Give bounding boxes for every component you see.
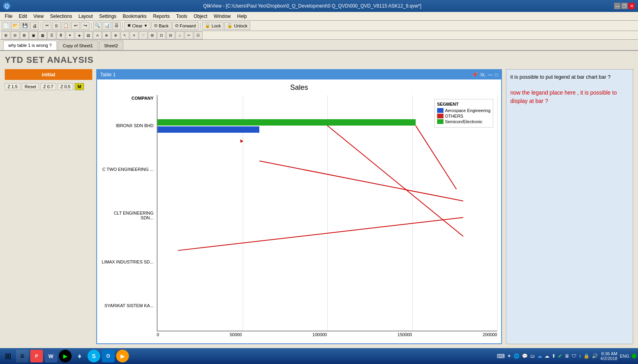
menu-selections[interactable]: Selections — [47, 13, 75, 20]
tb-search[interactable]: 🔍 — [93, 22, 102, 30]
m-button[interactable]: M — [75, 83, 84, 90]
toolbar1: 📄 📂 💾 🖨 ✂ ⎘ 📋 ↩ ↪ 🔍 📊 ☰ ✖ Clear ▼ ⊙ Back… — [0, 21, 638, 31]
tb2-btn12[interactable]: ⊕ — [102, 31, 111, 39]
tb-chart[interactable]: 📊 — [103, 22, 111, 30]
tb2-btn20[interactable]: ⌂ — [175, 31, 184, 39]
chart-xl-btn[interactable]: XL — [480, 72, 485, 77]
legend-color-others — [437, 114, 443, 118]
tb-open[interactable]: 📂 — [11, 22, 20, 30]
y-label-1: C TWO ENGINEERING ... — [101, 167, 157, 172]
chart-body: Sales COMPANY IBRONX SDN BHD C TWO ENGIN… — [97, 79, 501, 343]
tb-cut[interactable]: ✂ — [43, 22, 51, 30]
upload-icon: ⬆ — [552, 353, 556, 359]
menu-object[interactable]: Object — [191, 13, 211, 20]
tb2-btn5[interactable]: ▦ — [38, 31, 47, 39]
taskbar-skype-icon[interactable]: S — [88, 350, 100, 362]
taskbar-pdf-icon[interactable]: P — [30, 350, 43, 362]
menu-view[interactable]: View — [30, 13, 47, 20]
menu-file[interactable]: File — [2, 13, 16, 20]
tb2-btn19[interactable]: ⊟ — [166, 31, 175, 39]
maximize-button[interactable]: ❐ — [621, 3, 628, 9]
y-label-4: SYARIKAT SISTEM KA... — [101, 303, 157, 308]
legend-label-aerospace: Aerospace Engineering — [445, 108, 490, 113]
tb2-btn1[interactable]: ⊞ — [2, 31, 10, 39]
antivirus-icon: 🛡 — [572, 353, 576, 359]
menu-window[interactable]: Window — [210, 13, 234, 20]
minimize-button[interactable]: — — [614, 3, 620, 9]
tb2-btn14[interactable]: ↖ — [121, 31, 129, 39]
tb2-btn21[interactable]: ✂ — [185, 31, 193, 39]
menu-tools[interactable]: Tools — [173, 13, 191, 20]
monitor-icon: 🖥 — [564, 353, 569, 359]
globe-icon: 🌐 — [514, 353, 519, 359]
clear-dropdown-icon[interactable]: ▼ — [144, 23, 148, 28]
tab-sheet2[interactable]: Copy of Sheet1 — [58, 41, 98, 50]
zoom-0-7-button[interactable]: Z 0.7 — [41, 83, 56, 90]
tb2-btn11[interactable]: A — [93, 31, 102, 39]
unlock-button[interactable]: 🔓 Unlock — [224, 22, 250, 30]
sheet-tabs: why table 1 is wrong ? Copy of Sheet1 Sh… — [0, 40, 638, 51]
clock-display: 8:36 AM 4/2/2018 — [600, 351, 617, 361]
chart-minimize-icon[interactable]: — — [488, 72, 493, 77]
question2-text: now the legand place here , it is possib… — [510, 89, 629, 105]
start-button[interactable]: ⊞ — [2, 350, 14, 362]
tb-copy[interactable]: ⎘ — [52, 22, 61, 30]
tb2-btn22[interactable]: ☑ — [194, 31, 202, 39]
taskbar-icon-1[interactable]: ≡ — [16, 350, 29, 362]
chart-legend: SEGMENT Aerospace Engineering OTHERS — [434, 99, 493, 128]
taskbar-media-icon[interactable]: ▶ — [59, 350, 72, 362]
tb2-btn17[interactable]: ⊞ — [148, 31, 157, 39]
menu-reports[interactable]: Reports — [150, 13, 173, 20]
tab-sheet3[interactable]: Sheet2 — [99, 41, 123, 50]
tb2-btn4[interactable]: ▣ — [29, 31, 38, 39]
tb-redo[interactable]: ↪ — [81, 22, 89, 30]
initial-button[interactable]: initial — [5, 69, 92, 80]
back-button[interactable]: ⊙ Back — [151, 22, 171, 30]
taskbar-icon-4[interactable]: ♦ — [73, 350, 86, 362]
chat-icon: 💬 — [522, 353, 528, 359]
bar-aerospace-ibronx — [158, 126, 259, 133]
tb2-btn8[interactable]: ✦ — [66, 31, 74, 39]
tb-filter[interactable]: ☰ — [112, 22, 121, 30]
zoom-0-5-button[interactable]: Z 0.5 — [58, 83, 73, 90]
x-label-0: 0 — [157, 332, 159, 337]
reset-button[interactable]: Reset — [22, 83, 39, 90]
tb2-btn15[interactable]: ≡ — [130, 31, 138, 39]
tb2-btn6[interactable]: ☰ — [47, 31, 56, 39]
toolbar2: ⊞ ⊟ ⊠ ▣ ▦ ☰ Ⅲ ✦ ◈ ▤ A ⊕ ⊗ ↖ ≡ ∷ ⊞ ⊡ ⊟ ⌂ … — [0, 31, 638, 40]
clear-button[interactable]: ✖ Clear ▼ — [124, 22, 150, 30]
page-title: YTD SET ANALYSIS — [5, 55, 633, 65]
menu-settings[interactable]: Settings — [96, 13, 119, 20]
tb2-btn3[interactable]: ⊠ — [20, 31, 29, 39]
taskbar-vlc-icon[interactable]: ▶ — [116, 350, 129, 362]
chart-maximize-icon[interactable]: □ — [495, 72, 498, 77]
taskbar-outlook-icon[interactable]: O — [102, 350, 115, 362]
x-axis: 0 50000 100000 150000 200000 — [157, 331, 497, 337]
tb2-btn16[interactable]: ∷ — [139, 31, 148, 39]
chart-pin-icon[interactable]: 📌 — [472, 72, 478, 77]
tb2-btn9[interactable]: ◈ — [75, 31, 84, 39]
lock-icon: 🔒 — [205, 23, 210, 28]
menu-bookmarks[interactable]: Bookmarks — [120, 13, 150, 20]
tb2-btn2[interactable]: ⊟ — [11, 31, 19, 39]
tb-save[interactable]: 💾 — [21, 22, 29, 30]
tab-sheet1[interactable]: why table 1 is wrong ? — [3, 41, 57, 50]
tb2-btn7[interactable]: Ⅲ — [56, 31, 65, 39]
close-button[interactable]: ✕ — [628, 3, 635, 9]
tb-undo[interactable]: ↩ — [71, 22, 80, 30]
clear-icon: ✖ — [127, 23, 131, 28]
tb2-btn13[interactable]: ⊗ — [111, 31, 120, 39]
tb2-btn10[interactable]: ▤ — [84, 31, 93, 39]
back-icon: ⊙ — [154, 23, 158, 28]
tb2-btn18[interactable]: ⊡ — [157, 31, 166, 39]
tb-new[interactable]: 📄 — [2, 22, 10, 30]
tb-paste[interactable]: 📋 — [62, 22, 70, 30]
zoom-1-5-button[interactable]: Z 1.5 — [5, 83, 20, 90]
menu-layout[interactable]: Layout — [75, 13, 96, 20]
forward-button[interactable]: ⊙ Forward — [172, 22, 198, 30]
lock-button[interactable]: 🔒 Lock — [202, 22, 224, 30]
taskbar-word-icon[interactable]: W — [45, 350, 57, 362]
menu-help[interactable]: Help — [234, 13, 250, 20]
menu-edit[interactable]: Edit — [16, 13, 30, 20]
tb-print[interactable]: 🖨 — [30, 22, 39, 30]
